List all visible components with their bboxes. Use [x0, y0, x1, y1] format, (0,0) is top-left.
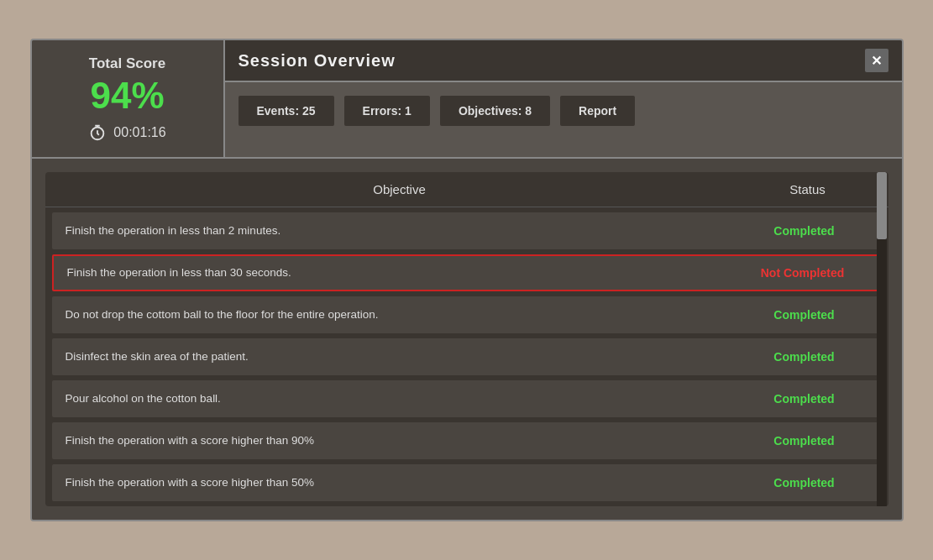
- objectives-table: Objective Status Finish the operation in…: [45, 172, 888, 506]
- row-objective: Finish the operation with a score higher…: [62, 426, 737, 455]
- row-status: Completed: [737, 308, 872, 322]
- table-row: Do not drop the cottom ball to the floor…: [52, 296, 882, 333]
- row-status: Completed: [737, 350, 872, 364]
- toolbar: Events: 25 Errors: 1 Objectives: 8 Repor…: [225, 82, 902, 139]
- scrollbar-thumb[interactable]: [877, 172, 887, 239]
- table-row: Finish the operation with a score higher…: [52, 464, 882, 501]
- table-rows: Finish the operation in less than 2 minu…: [45, 212, 888, 501]
- table-header: Objective Status: [45, 172, 888, 207]
- row-objective: Do not drop the cottom ball to the floor…: [62, 300, 737, 329]
- table-row: Pour alcohol on the cotton ball.Complete…: [52, 380, 882, 417]
- table-row: Finish the operation in less than 30 sec…: [52, 254, 882, 291]
- row-status: Not Completed: [736, 266, 870, 280]
- close-button[interactable]: ✕: [865, 49, 888, 72]
- title-bar: Session Overview ✕: [225, 40, 902, 82]
- row-objective: Disinfect the skin area of the patient.: [62, 342, 737, 371]
- row-objective: Pour alcohol on the cotton ball.: [62, 384, 737, 413]
- timer-row: 00:01:16: [88, 123, 165, 142]
- scrollbar-track[interactable]: [877, 172, 887, 506]
- header-right: Session Overview ✕ Events: 25 Errors: 1 …: [225, 40, 902, 156]
- score-value: 94%: [90, 76, 164, 116]
- modal-title: Session Overview: [238, 51, 396, 71]
- row-objective: Finish the operation with a score higher…: [62, 468, 737, 497]
- table-row: Finish the operation with a score higher…: [52, 422, 882, 459]
- col-objective-header: Objective: [59, 182, 741, 196]
- row-status: Completed: [737, 392, 872, 406]
- timer-icon: [88, 123, 107, 142]
- col-status-header: Status: [741, 182, 875, 196]
- row-status: Completed: [737, 476, 872, 489]
- timer-value: 00:01:16: [113, 125, 165, 140]
- row-objective: Finish the operation in less than 30 sec…: [64, 258, 736, 287]
- score-label: Total Score: [89, 55, 165, 72]
- objectives-button[interactable]: Objectives: 8: [440, 96, 550, 126]
- table-row: Disinfect the skin area of the patient.C…: [52, 338, 882, 375]
- modal-container: Total Score 94% 00:01:16 Session Overvie…: [30, 39, 904, 521]
- table-row: Finish the operation in less than 2 minu…: [52, 212, 882, 249]
- report-button[interactable]: Report: [560, 96, 635, 126]
- modal-body: Objective Status Finish the operation in…: [32, 157, 902, 520]
- score-panel: Total Score 94% 00:01:16: [32, 40, 225, 156]
- events-button[interactable]: Events: 25: [238, 96, 334, 126]
- row-status: Completed: [737, 434, 872, 447]
- errors-button[interactable]: Errors: 1: [344, 96, 430, 126]
- modal-header: Total Score 94% 00:01:16 Session Overvie…: [32, 40, 902, 156]
- row-objective: Finish the operation in less than 2 minu…: [62, 216, 737, 245]
- row-status: Completed: [737, 224, 872, 238]
